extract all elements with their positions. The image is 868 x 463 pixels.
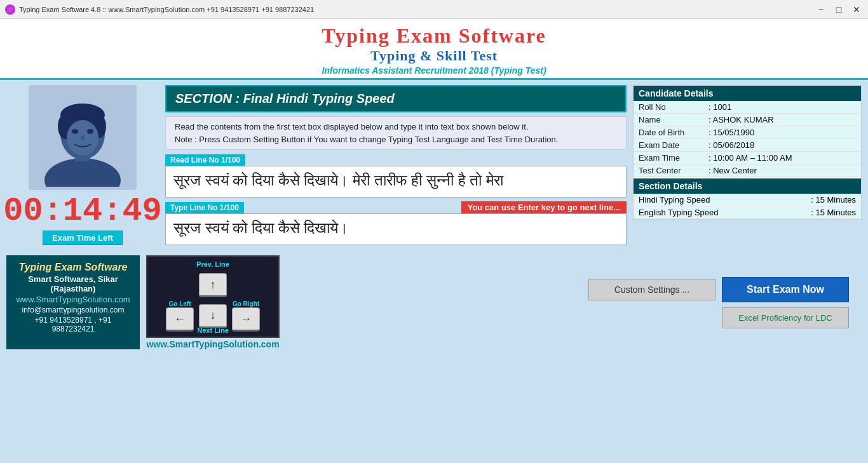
right-buttons: Custom Settings ... Start Exam Now Excel… <box>571 255 862 349</box>
left-arrow-key[interactable]: ← <box>166 307 194 332</box>
examdate-label: Exam Date <box>639 140 709 150</box>
svg-point-7 <box>72 129 78 134</box>
avatar-svg <box>35 88 130 187</box>
testcenter-label: Test Center <box>639 166 709 175</box>
hindi-label: Hindi Typing Speed <box>639 195 710 205</box>
go-right-wrapper: Go Right → <box>232 300 260 332</box>
keyboard-wrapper: Prev. Line ↑ Go Left ← ↓ Go Right → Next… <box>146 255 280 349</box>
timer-label: Exam Time Left <box>43 231 123 245</box>
candidate-dob-row: Date of Birth : 15/05/1990 <box>634 126 861 139</box>
candidate-details: Candidate Details Roll No : 1001 Name : … <box>633 85 862 220</box>
section-details-header: Section Details <box>634 178 861 194</box>
candidate-testcenter-row: Test Center : New Center <box>634 164 861 177</box>
company-location: Smart Softwares, Sikar (Rajasthan) <box>15 274 131 293</box>
section-banner: SECTION : Final Hindi Typing Speed <box>165 85 627 112</box>
footer-website: www.SmartTypingSolution.com <box>146 339 280 349</box>
exam-subtitle: Informatics Assistant Recruitment 2018 (… <box>0 65 868 76</box>
hindi-value: : 15 Minutes <box>811 195 856 205</box>
type-section: Type Line No 1/100 You can use Enter key… <box>165 201 627 245</box>
app-icon <box>5 4 15 15</box>
roll-value: : 1001 <box>709 102 731 112</box>
key-row-top: ↑ <box>199 273 227 297</box>
dob-label: Date of Birth <box>639 128 709 137</box>
english-value: : 15 Minutes <box>811 208 856 217</box>
next-line-label: Next Line <box>197 326 229 334</box>
name-label: Name <box>639 115 709 124</box>
spacer <box>286 255 564 349</box>
dob-value: : 15/05/1990 <box>709 128 754 137</box>
title-bar: Typing Exam Software 4.8 :: www.SmartTyp… <box>0 0 868 19</box>
close-button[interactable]: ✕ <box>850 3 863 16</box>
examdate-value: : 05/06/2018 <box>709 140 754 150</box>
go-right-label: Go Right <box>233 300 259 307</box>
prev-line-label: Prev. Line <box>196 260 229 268</box>
candidate-examdate-row: Exam Date : 05/06/2018 <box>634 139 861 152</box>
excel-proficiency-button[interactable]: Excel Proficiency for LDC <box>722 307 849 328</box>
go-left-wrapper: Go Left ← <box>166 300 194 332</box>
avatar-container <box>29 85 137 190</box>
bottom-area: Typing Exam Software Smart Softwares, Si… <box>0 250 868 354</box>
timer-display: 00:14:49 <box>3 195 162 228</box>
read-section: Read Line No 1/100 सूरज स्वयं को दिया कै… <box>165 154 627 198</box>
type-line-label: Type Line No 1/100 <box>165 202 244 213</box>
timer-section: 00:14:49 Exam Time Left <box>3 195 162 245</box>
instruction-line2: Note : Press Custom Setting Button if Yo… <box>175 133 617 146</box>
english-label: English Typing Speed <box>639 208 719 217</box>
start-exam-button[interactable]: Start Exam Now <box>722 277 849 302</box>
button-row-bottom: Excel Proficiency for LDC <box>722 307 849 328</box>
title-bar-text: Typing Exam Software 4.8 :: www.SmartTyp… <box>19 6 815 13</box>
svg-point-0 <box>44 158 121 187</box>
button-row-top: Custom Settings ... Start Exam Now <box>588 277 849 302</box>
candidate-examtime-row: Exam Time : 10:00 AM – 11:00 AM <box>634 152 861 164</box>
app-title: Typing Exam Software <box>0 24 868 48</box>
app-subtitle: Typing & Skill Test <box>0 48 868 64</box>
company-website: www.SmartTypingSolution.com <box>15 295 131 304</box>
instruction-line1: Read the contents from the first text bo… <box>175 121 617 133</box>
candidate-header: Candidate Details <box>634 86 861 101</box>
roll-label: Roll No <box>639 102 709 112</box>
company-name: Typing Exam Software <box>15 262 131 273</box>
svg-point-8 <box>87 129 93 134</box>
testcenter-value: : New Center <box>709 166 757 175</box>
company-email: info@smarttypingsolution.com <box>15 305 131 314</box>
examtime-label: Exam Time <box>639 153 709 163</box>
maximize-button[interactable]: □ <box>832 3 845 16</box>
down-arrow-key[interactable]: ↓ <box>199 304 227 328</box>
left-panel: 00:14:49 Exam Time Left <box>6 85 159 245</box>
examtime-value: : 10:00 AM – 11:00 AM <box>709 153 792 163</box>
candidate-roll-row: Roll No : 1001 <box>634 101 861 114</box>
read-text-display: सूरज स्वयं को दिया कैसे दिखाये। मेरी तार… <box>165 166 627 198</box>
right-arrow-key[interactable]: → <box>232 307 260 332</box>
english-speed-row: English Typing Speed : 15 Minutes <box>634 206 861 219</box>
hint-label: You can use Enter key to go next line... <box>461 201 627 213</box>
window-controls: − □ ✕ <box>815 3 863 16</box>
company-box: Typing Exam Software Smart Softwares, Si… <box>6 255 140 349</box>
read-line-label: Read Line No 1/100 <box>165 154 245 166</box>
go-left-label: Go Left <box>169 300 191 307</box>
minimize-button[interactable]: − <box>815 3 827 16</box>
keyboard-image: Prev. Line ↑ Go Left ← ↓ Go Right → Next… <box>146 255 280 338</box>
name-value: : ASHOK KUMAR <box>709 115 774 124</box>
center-panel: SECTION : Final Hindi Typing Speed Read … <box>165 85 627 245</box>
svg-point-9 <box>81 135 85 140</box>
instruction-box: Read the contents from the first text bo… <box>165 116 627 150</box>
type-text-input[interactable]: सूरज स्वयं को दिया कैसे दिखाये। <box>165 213 627 245</box>
right-panel: Candidate Details Roll No : 1001 Name : … <box>633 85 862 245</box>
company-phone: +91 9413528971 , +91 9887232421 <box>15 316 131 333</box>
hindi-speed-row: Hindi Typing Speed : 15 Minutes <box>634 194 861 206</box>
candidate-name-row: Name : ASHOK KUMAR <box>634 114 861 126</box>
header: Typing Exam Software Typing & Skill Test… <box>0 19 868 80</box>
custom-settings-button[interactable]: Custom Settings ... <box>588 279 715 300</box>
up-arrow-key[interactable]: ↑ <box>199 273 227 297</box>
